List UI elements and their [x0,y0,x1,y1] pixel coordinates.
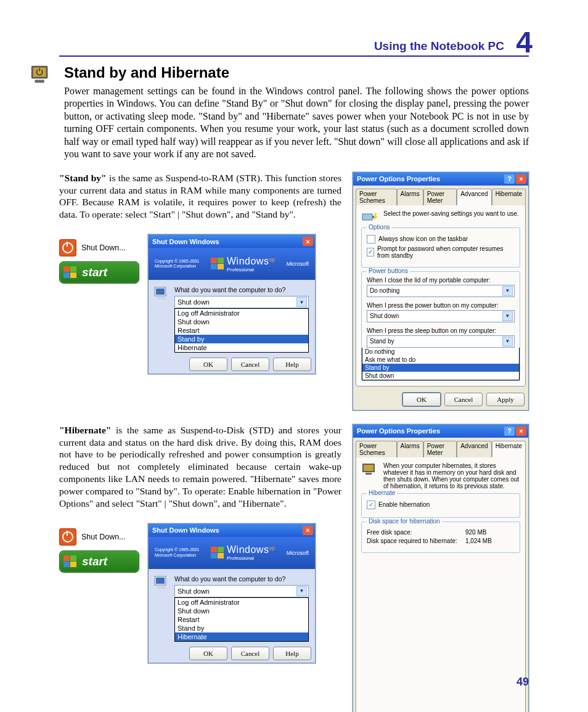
shutdown-menu-label[interactable]: Shut Down... [81,533,126,541]
shutdown-prompt: What do you want the computer to do? [174,575,309,583]
svg-rect-19 [70,562,76,567]
monitor-power-icon [30,63,53,85]
svg-rect-17 [70,555,76,561]
svg-rect-12 [156,288,165,295]
svg-rect-4 [70,266,76,272]
power-icon [59,239,76,256]
hibernate-description: When your computer hibernates, it stores… [383,462,520,489]
free-disk-label: Free disk space: [367,529,412,536]
intro-paragraph: Power management settings can be found i… [64,85,529,161]
svg-rect-14 [362,214,372,220]
tab-power-meter[interactable]: Power Meter [423,189,457,205]
svg-rect-2 [35,80,44,83]
svg-rect-5 [63,272,70,278]
cancel-button[interactable]: Cancel [231,647,269,660]
required-disk-value: 1,024 MB [465,538,515,544]
tab-advanced[interactable]: Advanced [457,189,491,205]
start-button[interactable]: start [59,550,139,573]
power-options-advanced-dialog: Power Options Properties ?× Power Scheme… [353,172,529,411]
ok-button[interactable]: OK [402,393,441,406]
shutdown-options-list[interactable]: Log off Administrator Shut down Restart … [174,308,309,353]
close-icon[interactable]: × [303,237,313,246]
tab-hibernate[interactable]: Hibernate [492,441,526,457]
advanced-description: Select the power-saving settings you wan… [383,210,519,217]
shutdown-options-list[interactable]: Log off Administrator Shut down Restart … [174,597,309,642]
chapter-title: Using the Notebook PC [374,39,504,53]
svg-rect-3 [63,266,70,272]
tab-power-schemes[interactable]: Power Schemes [356,189,397,205]
dialog-title: Power Options Properties [357,427,440,435]
sleep-button-label: When I press the sleep button on my comp… [367,327,515,334]
svg-rect-8 [218,258,224,263]
tab-advanced[interactable]: Advanced [457,441,491,457]
apply-button[interactable]: Apply [486,393,525,406]
help-icon[interactable]: ? [504,427,515,436]
svg-rect-7 [211,258,217,263]
password-resume-checkbox[interactable]: ✓ [367,248,374,256]
close-icon[interactable]: × [516,427,526,436]
start-label: start [82,266,107,279]
tab-alarms[interactable]: Alarms [397,189,423,205]
free-disk-value: 920 MB [465,529,515,536]
chevron-down-icon[interactable]: ▼ [502,286,513,296]
standby-paragraph: "Stand by" is the same as Suspend-to-RAM… [59,172,341,221]
ok-button[interactable]: OK [189,647,227,660]
chevron-down-icon[interactable]: ▼ [502,311,513,321]
close-icon[interactable]: × [303,526,313,535]
close-icon[interactable]: × [516,174,526,184]
help-button[interactable]: Help [273,358,311,371]
shutdown-select[interactable]: Shut down▼ [174,296,309,308]
computer-icon [153,286,169,301]
computer-icon [153,575,169,590]
copyright-text: Copyright © 1985-2001 Microsoft Corporat… [155,259,199,269]
cancel-button[interactable]: Cancel [231,358,269,371]
help-button[interactable]: Help [273,647,311,660]
chevron-down-icon[interactable]: ▼ [502,337,513,346]
shutdown-dialog-standby: Shut Down Windows × Copyright © 1985-200… [148,234,316,374]
svg-rect-20 [211,547,217,552]
svg-rect-26 [157,586,166,589]
power-options-hibernate-dialog: Power Options Properties ?× Power Scheme… [353,424,529,712]
svg-rect-29 [365,473,372,475]
page-number: 49 [517,676,529,689]
help-icon[interactable]: ? [504,174,515,184]
shutdown-prompt: What do you want the computer to do? [174,286,309,293]
tab-hibernate[interactable]: Hibernate [492,189,526,205]
windows-logo: WindowsxpProfessional [211,256,275,272]
chevron-down-icon[interactable]: ▼ [296,586,307,596]
sleep-button-select[interactable]: Stand by▼ [367,335,515,348]
disk-space-group: Disk space for hibernation Free disk spa… [361,522,520,553]
svg-rect-25 [156,578,165,584]
svg-rect-18 [63,562,70,567]
shutdown-select[interactable]: Shut down▼ [174,585,309,597]
sleep-button-options[interactable]: Do nothing Ask me what to do Stand by Sh… [362,348,520,380]
enable-hibernation-checkbox[interactable]: ✓ [367,501,375,509]
dialog-title: Power Options Properties [357,175,440,182]
chevron-down-icon[interactable]: ▼ [296,297,307,307]
required-disk-label: Disk space required to hibernate: [367,538,457,544]
power-button-label: When I press the power button on my comp… [367,302,515,309]
cancel-button[interactable]: Cancel [444,393,483,406]
svg-rect-10 [218,264,224,269]
tab-bar: Power Schemes Alarms Power Meter Advance… [353,186,528,205]
tab-bar: Power Schemes Alarms Power Meter Advance… [353,438,528,457]
hibernate-group: Hibernate ✓Enable hibernation [361,493,520,518]
copyright-text: Copyright © 1985-2001 Microsoft Corporat… [155,547,199,558]
chapter-number: 4 [516,25,533,59]
svg-rect-23 [218,553,224,559]
power-button-select[interactable]: Shut down▼ [367,310,515,322]
password-resume-label: Prompt for password when computer resume… [377,245,515,259]
taskbar-icon-checkbox[interactable] [367,235,375,243]
tab-alarms[interactable]: Alarms [397,441,423,457]
lid-close-select[interactable]: Do nothing▼ [367,285,515,297]
start-label: start [82,555,107,568]
shutdown-dialog-hibernate: Shut Down Windows × Copyright © 1985-200… [148,523,316,663]
svg-rect-16 [63,555,70,561]
tab-power-meter[interactable]: Power Meter [423,441,457,457]
tab-power-schemes[interactable]: Power Schemes [356,441,397,457]
start-button[interactable]: start [59,261,139,284]
power-icon [59,528,76,546]
windows-logo: WindowsxpProfessional [211,544,275,561]
shutdown-menu-label[interactable]: Shut Down... [81,243,126,252]
ok-button[interactable]: OK [189,358,227,371]
